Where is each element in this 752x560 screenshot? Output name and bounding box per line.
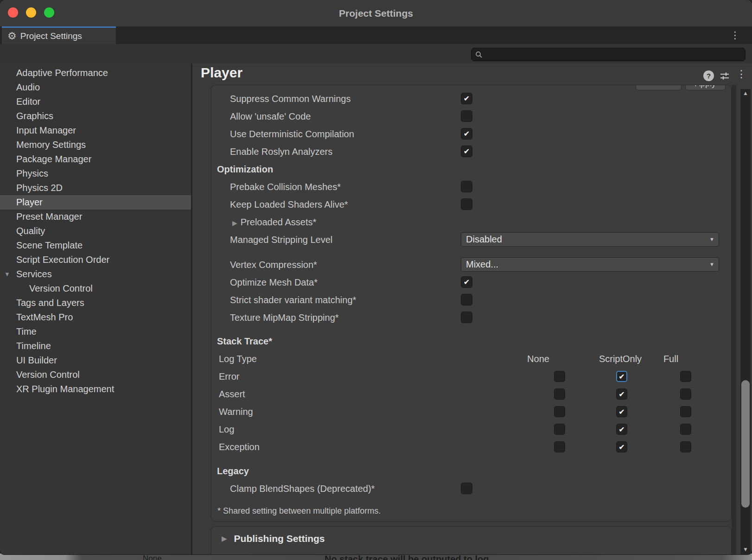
sidebar-item-timeline[interactable]: Timeline <box>0 339 191 353</box>
check-icon: ✔ <box>617 372 626 382</box>
checkbox-scriptonly[interactable]: ✔ <box>616 406 627 417</box>
tab-menu-kebab-icon[interactable]: ⋮ <box>730 26 740 44</box>
sidebar-item-time[interactable]: Time <box>0 325 191 339</box>
checkbox-scriptonly[interactable]: ✔ <box>616 441 627 452</box>
vertical-scrollbar[interactable]: ▲ ▼ <box>740 89 751 554</box>
sidebar-item-audio[interactable]: Audio <box>0 80 191 95</box>
setting-row-managed-stripping-level: Managed Stripping Level Disabled ▼ <box>211 231 731 248</box>
checkbox[interactable]: ✔ <box>461 146 472 157</box>
check-icon: ✔ <box>461 146 472 157</box>
sidebar-item-textmesh-pro[interactable]: TextMesh Pro <box>0 310 191 325</box>
check-icon: ✔ <box>461 277 472 287</box>
sidebar-item-physics-2d[interactable]: Physics 2D <box>0 181 191 195</box>
setting-row-keep-loaded-shaders-alive: Keep Loaded Shaders Alive* <box>211 196 731 213</box>
checkbox-none[interactable] <box>554 371 565 382</box>
sidebar-item-ui-builder[interactable]: UI Builder <box>0 353 191 368</box>
checkbox-scriptonly[interactable]: ✔ <box>616 388 627 400</box>
setting-row-strict-shader-variant-matching: Strict shader variant matching* <box>211 291 731 309</box>
screen: None No stack trace will be outputed to … <box>0 0 752 560</box>
section-header-label: Stack Trace* <box>211 332 731 350</box>
sidebar-item-package-manager[interactable]: Package Manager <box>0 152 191 166</box>
checkbox[interactable] <box>461 483 472 494</box>
stack-trace-row-warning: Warning ✔ <box>211 403 731 420</box>
scroll-down-arrow-icon[interactable]: ▼ <box>740 546 751 553</box>
column-header-none: None <box>527 350 549 368</box>
sidebar-item-tags-and-layers[interactable]: Tags and Layers <box>0 296 191 310</box>
background-info-text: No stack trace will be outputed to log. <box>325 554 491 560</box>
search-box[interactable] <box>471 48 746 61</box>
scroll-up-arrow-icon[interactable]: ▲ <box>740 90 751 96</box>
sidebar-item-editor[interactable]: Editor <box>0 95 191 109</box>
tab-bar: ⚙ Project Settings ⋮ <box>0 26 752 44</box>
setting-label: Preloaded Assets* <box>241 217 316 227</box>
sidebar-item-services-version-control[interactable]: Version Control <box>0 281 191 296</box>
managed-stripping-level-dropdown[interactable]: Disabled ▼ <box>461 232 719 247</box>
search-icon <box>475 51 483 58</box>
setting-row-vertex-compression: Vertex Compression* Mixed... ▼ <box>211 256 731 274</box>
setting-row-use-deterministic-compilation: Use Deterministic Compilation ✔ <box>211 125 731 143</box>
sidebar-item-version-control[interactable]: Version Control <box>0 368 191 382</box>
setting-row-prebake-collision-meshes: Prebake Collision Meshes* <box>211 178 731 196</box>
checkbox-none[interactable] <box>554 388 565 400</box>
publishing-settings-foldout[interactable]: ▶ Publishing Settings <box>211 527 731 544</box>
minimize-button[interactable] <box>26 7 36 18</box>
zoom-button[interactable] <box>44 7 54 18</box>
sidebar-item-player[interactable]: Player <box>0 195 191 210</box>
checkbox[interactable] <box>461 181 472 192</box>
checkbox[interactable]: ✔ <box>461 276 472 288</box>
sidebar-item-physics[interactable]: Physics <box>0 166 191 181</box>
publishing-settings-label: Publishing Settings <box>234 533 325 544</box>
column-header-full: Full <box>663 350 678 368</box>
log-type-row-label: Warning <box>211 403 731 420</box>
checkbox-none[interactable] <box>554 441 565 452</box>
checkbox-full[interactable] <box>680 424 691 435</box>
sidebar-item-label: Services <box>16 269 52 279</box>
publishing-settings-group: ▶ Publishing Settings <box>211 526 732 554</box>
foldout-open-icon[interactable]: ▼ <box>4 267 10 281</box>
foldout-closed-icon[interactable]: ▶ <box>222 535 227 543</box>
checkbox-none[interactable] <box>554 424 565 435</box>
vertex-compression-dropdown[interactable]: Mixed... ▼ <box>461 257 719 272</box>
sidebar-item-memory-settings[interactable]: Memory Settings <box>0 138 191 152</box>
checkbox-scriptonly[interactable]: ✔ <box>616 371 627 382</box>
checkbox[interactable] <box>461 110 472 122</box>
dropdown-value: Disabled <box>461 233 719 246</box>
tab-project-settings[interactable]: ⚙ Project Settings <box>2 26 116 44</box>
checkbox-none[interactable] <box>554 406 565 417</box>
checkbox-full[interactable] <box>680 441 691 452</box>
checkbox-full[interactable] <box>680 388 691 400</box>
sidebar-item-script-execution-order[interactable]: Script Execution Order <box>0 253 191 267</box>
sidebar-item-input-manager[interactable]: Input Manager <box>0 123 191 138</box>
sidebar-item-quality[interactable]: Quality <box>0 224 191 238</box>
foldout-row-preloaded-assets[interactable]: ▶Preloaded Assets* <box>211 213 731 231</box>
setting-row-enable-roslyn-analyzers: Enable Roslyn Analyzers ✔ <box>211 143 731 160</box>
sidebar-item-services[interactable]: ▼ Services <box>0 267 191 281</box>
checkbox[interactable] <box>461 198 472 210</box>
close-button[interactable] <box>8 7 18 18</box>
preset-sliders-icon[interactable] <box>720 71 730 81</box>
log-type-row-label: Log <box>211 420 731 438</box>
sidebar-item-graphics[interactable]: Graphics <box>0 109 191 123</box>
sidebar-item-scene-template[interactable]: Scene Template <box>0 238 191 253</box>
foldout-closed-icon[interactable]: ▶ <box>232 219 237 227</box>
sidebar-item-preset-manager[interactable]: Preset Manager <box>0 210 191 224</box>
sidebar-item-xr-plugin-management[interactable]: XR Plugin Management <box>0 382 191 396</box>
check-icon: ✔ <box>617 442 627 452</box>
checkbox[interactable] <box>461 294 472 305</box>
script-compilation-group: Apply Suppress Common Warnings ✔ Allow '… <box>211 85 732 522</box>
scrollbar-thumb[interactable] <box>741 380 750 508</box>
setting-row-suppress-common-warnings: Suppress Common Warnings ✔ <box>211 90 731 108</box>
checkbox[interactable] <box>461 312 472 323</box>
chevron-down-icon: ▼ <box>709 258 714 271</box>
checkbox[interactable]: ✔ <box>461 93 472 104</box>
checkbox-full[interactable] <box>680 371 691 382</box>
help-icon[interactable]: ? <box>703 70 714 81</box>
panel-menu-kebab-icon[interactable]: ⋮ <box>736 68 746 80</box>
background-none-label: None <box>143 554 162 560</box>
checkbox-full[interactable] <box>680 406 691 417</box>
sidebar-item-adaptive-performance[interactable]: Adaptive Performance <box>0 66 191 80</box>
chevron-down-icon: ▼ <box>709 233 714 246</box>
search-input[interactable] <box>485 49 740 60</box>
checkbox-scriptonly[interactable]: ✔ <box>616 424 627 435</box>
checkbox[interactable]: ✔ <box>461 128 472 140</box>
